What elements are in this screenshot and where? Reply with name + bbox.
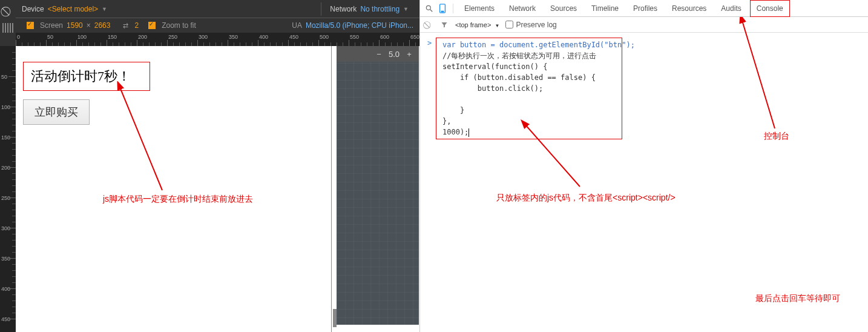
ua-value[interactable]: Mozilla/5.0 (iPhone; CPU iPhon... — [306, 21, 413, 30]
svg-line-1 — [430, 9, 433, 12]
svg-point-0 — [426, 5, 430, 10]
zoom-control: − 5.0 + — [337, 46, 419, 62]
chevron-down-icon[interactable]: ▼ — [403, 6, 409, 12]
ua-label: UA — [292, 21, 302, 30]
tab-audits[interactable]: Audits — [715, 1, 747, 16]
screen-label: Screen — [40, 21, 63, 30]
zoom-fit-label: Zoom to fit — [162, 21, 196, 30]
buy-now-button[interactable]: 立即购买 — [23, 99, 90, 125]
zoom-value: 5.0 — [389, 50, 399, 59]
ruler-horizontal: 050100150200250300350400450500550600650 — [16, 33, 419, 46]
resize-handle-icon[interactable] — [333, 309, 337, 327]
console-input[interactable]: var button = document.getElementById("bt… — [436, 38, 622, 139]
device-toolbar-row1: Device <Select model> ▼ Network No throt… — [16, 0, 419, 18]
hamburger-icon[interactable] — [2, 23, 13, 33]
annotation-top-right: 控制台 — [764, 131, 789, 142]
screen-x: × — [87, 21, 91, 30]
annotation-left: js脚本代码一定要在倒计时结束前放进去 — [103, 194, 253, 205]
divider — [453, 4, 453, 13]
preserve-log-checkbox[interactable]: Preserve log — [505, 21, 556, 29]
tab-timeline[interactable]: Timeline — [585, 1, 625, 16]
devtools-tabs: Elements Network Sources Timeline Profil… — [420, 0, 868, 17]
screen-width[interactable]: 1590 — [67, 21, 83, 30]
tab-network[interactable]: Network — [503, 1, 542, 16]
stop-icon[interactable]: ⃠ — [2, 6, 13, 17]
device-label: Device — [22, 5, 44, 13]
ruler-vertical: 50100150200250300350400450 — [0, 46, 16, 332]
svg-rect-3 — [441, 11, 444, 12]
tab-console[interactable]: Console — [750, 0, 790, 17]
device-toolbar-row2: Screen 1590 × 2663 ⇄ 2 Zoom to fit UA Mo… — [16, 18, 419, 33]
device-mode-panel: Device <Select model> ▼ Network No throt… — [0, 0, 419, 332]
network-value[interactable]: No throttling — [360, 5, 399, 13]
annotation-mid: 只放标签内的js代码，不含首尾<script><script/> — [496, 193, 676, 204]
frame-selector[interactable]: <top frame> ▼ — [455, 21, 499, 28]
tab-profiles[interactable]: Profiles — [627, 1, 663, 16]
zoom-fit-checkbox[interactable] — [148, 22, 156, 29]
screen-checkbox[interactable] — [27, 22, 34, 29]
zoom-out-button[interactable]: − — [374, 49, 384, 59]
clear-console-icon[interactable]: ⃠ — [424, 20, 433, 30]
screen-height[interactable]: 2663 — [94, 21, 111, 30]
search-icon[interactable] — [424, 3, 435, 14]
console-body[interactable]: > var button = document.getElementById("… — [420, 33, 868, 42]
tab-resources[interactable]: Resources — [666, 1, 712, 16]
divider — [321, 2, 321, 16]
annotation-bottom-right: 最后点击回车等待即可 — [755, 293, 840, 304]
zoom-in-button[interactable]: + — [404, 49, 414, 59]
countdown-text: 活动倒计时7秒！ — [23, 62, 150, 91]
swap-icon[interactable]: ⇄ — [121, 21, 130, 30]
pixel-ratio[interactable]: 2 — [134, 21, 139, 30]
chevron-down-icon[interactable]: ▼ — [102, 6, 107, 12]
preserve-log-input[interactable] — [505, 21, 513, 28]
tab-sources[interactable]: Sources — [544, 1, 583, 16]
tab-elements[interactable]: Elements — [458, 1, 501, 16]
device-mode-icon[interactable] — [437, 3, 448, 14]
devtools-panel: Elements Network Sources Timeline Profil… — [419, 0, 868, 332]
filter-icon[interactable] — [439, 20, 449, 30]
emulated-viewport: 活动倒计时7秒！ 立即购买 — [16, 46, 332, 332]
device-dark-pane: − 5.0 + — [337, 46, 419, 325]
network-label: Network — [330, 5, 357, 13]
device-select[interactable]: <Select model> — [48, 5, 98, 13]
console-toolbar: ⃠ <top frame> ▼ Preserve log — [420, 17, 868, 33]
console-prompt-icon: > — [427, 39, 432, 47]
